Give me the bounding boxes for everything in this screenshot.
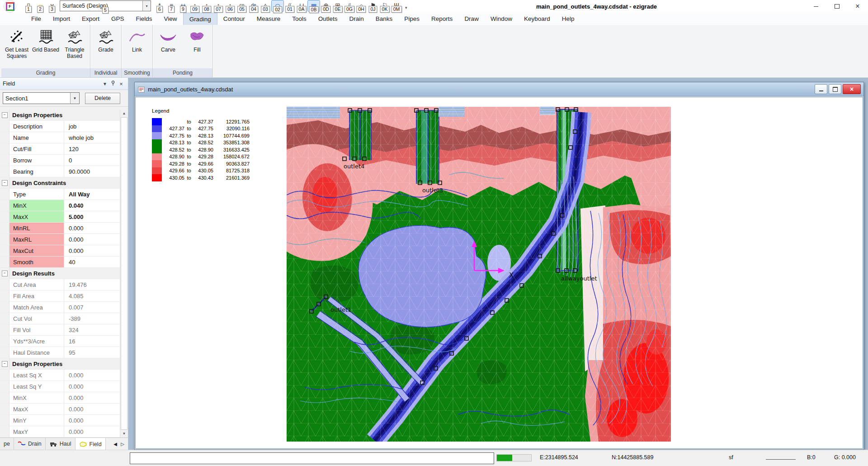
panel-tab-drain[interactable]: Drain xyxy=(14,438,46,450)
triangle-tool[interactable]: △03 xyxy=(259,0,271,11)
property-value[interactable]: 5.000 xyxy=(64,211,120,222)
vertex-handle[interactable] xyxy=(538,254,542,258)
document-titlebar[interactable]: main_pond_outlets_4way.cdsdat × xyxy=(135,82,863,96)
menu-keyboard[interactable]: Keyboard xyxy=(518,13,556,25)
property-value[interactable]: 0.000 xyxy=(64,381,120,392)
property-value[interactable]: 0 xyxy=(64,155,120,166)
vertex-handle[interactable] xyxy=(434,366,438,370)
zoom-tool[interactable]: ⊕0D xyxy=(320,0,332,11)
property-value[interactable]: job xyxy=(64,121,120,132)
property-value[interactable]: 0.000 xyxy=(64,426,120,437)
vehicle-tool[interactable]: ⊔0A xyxy=(296,0,307,11)
terrain-map[interactable]: outlet4 outlet3 outlet1 allwayoutlet X xyxy=(287,107,671,442)
vertex-handle[interactable] xyxy=(434,109,438,112)
tab-scroll-left-icon[interactable]: ◀ xyxy=(112,442,119,447)
collapse-icon[interactable]: − xyxy=(2,112,8,118)
vertex-handle[interactable] xyxy=(569,146,572,149)
chevron-down-icon[interactable]: ▾ xyxy=(142,1,151,11)
property-value[interactable]: 0.000 xyxy=(64,234,120,245)
hatch-tool[interactable]: //0G xyxy=(344,0,355,11)
menu-banks[interactable]: Banks xyxy=(370,13,399,25)
vertex-handle[interactable] xyxy=(438,181,442,185)
vertex-handle[interactable] xyxy=(565,269,568,272)
grid-based-button[interactable]: Grid Based xyxy=(32,26,60,68)
drawing-canvas[interactable]: Legend to427.3712291.765427.37to427.7532… xyxy=(135,97,863,449)
property-value[interactable]: 95 xyxy=(64,347,120,358)
vertex-handle[interactable] xyxy=(565,108,569,111)
property-value[interactable]: 90.0000 xyxy=(64,166,120,177)
new-document[interactable]: ▯1 xyxy=(23,0,34,11)
property-value[interactable]: 40 xyxy=(64,257,120,267)
vertex-handle[interactable] xyxy=(353,157,356,161)
vertex-handle[interactable] xyxy=(358,109,362,112)
arc-tool[interactable]: ((01 xyxy=(284,0,296,11)
draw-points-tool[interactable]: *6 xyxy=(154,0,165,11)
property-value[interactable]: 0.000 xyxy=(64,223,120,233)
flag-out-tool[interactable]: ⚐0K xyxy=(379,0,391,11)
property-value[interactable]: -389 xyxy=(64,313,120,324)
property-value[interactable]: 0.000 xyxy=(64,415,120,426)
scroll-up-icon[interactable]: ▲ xyxy=(120,109,128,117)
section-selector[interactable]: Section1 ▼ xyxy=(3,92,80,104)
vertex-handle[interactable] xyxy=(556,108,560,111)
vertex-handle[interactable] xyxy=(428,181,432,185)
minimize-button[interactable] xyxy=(806,0,826,13)
property-value[interactable]: All Way xyxy=(64,189,120,200)
menu-fields[interactable]: Fields xyxy=(130,13,158,25)
home-tool[interactable]: ⌂0H xyxy=(355,0,367,11)
elevation-arrow-1-tool[interactable]: ↑09 xyxy=(189,0,201,11)
menu-view[interactable]: View xyxy=(158,13,183,25)
menu-measure[interactable]: Measure xyxy=(251,13,287,25)
vertex-handle[interactable] xyxy=(343,157,346,161)
close-button[interactable]: × xyxy=(847,0,868,13)
get-least-squares-button[interactable]: Get Least Squares xyxy=(3,26,31,68)
panel-menu-icon[interactable]: ▼ xyxy=(101,81,109,86)
antenna-tool[interactable]: Ψ0M xyxy=(391,0,402,11)
vertex-handle[interactable] xyxy=(561,214,564,217)
menu-reports[interactable]: Reports xyxy=(425,13,458,25)
maximize-button[interactable] xyxy=(826,0,847,13)
scroll-down-icon[interactable]: ▼ xyxy=(120,430,128,437)
grade-button[interactable]: Grade xyxy=(92,26,120,68)
property-value[interactable]: 0.000 xyxy=(64,404,120,414)
property-value[interactable]: 120 xyxy=(64,143,120,154)
menu-draw[interactable]: Draw xyxy=(458,13,485,25)
vertex-handle[interactable] xyxy=(348,109,352,112)
vertex-handle[interactable] xyxy=(317,302,321,306)
menu-contour[interactable]: Contour xyxy=(217,13,251,25)
property-value[interactable]: 0.000 xyxy=(64,370,120,380)
vertex-handle[interactable] xyxy=(552,232,555,235)
property-value[interactable]: 0.000 xyxy=(64,245,120,256)
link-button[interactable]: Link xyxy=(123,26,151,68)
menu-grading[interactable]: Grading xyxy=(183,13,217,25)
vertex-handle[interactable] xyxy=(425,109,428,112)
menu-window[interactable]: Window xyxy=(485,13,518,25)
scrollbar-thumb[interactable] xyxy=(121,117,127,430)
add-points-tool[interactable]: ++9 xyxy=(177,0,189,11)
property-value[interactable]: 19.476 xyxy=(64,279,120,290)
vertex-handle[interactable] xyxy=(465,337,468,340)
collapse-icon[interactable]: − xyxy=(2,271,8,276)
vertex-handle[interactable] xyxy=(420,381,424,385)
doc-minimize-button[interactable] xyxy=(815,84,827,94)
qat-overflow-icon[interactable]: ▾ xyxy=(405,5,407,10)
menu-import[interactable]: Import xyxy=(47,13,76,25)
fill-button[interactable]: Fill xyxy=(183,26,211,68)
vertex-handle[interactable] xyxy=(450,352,453,355)
panel-tab-pe[interactable]: pe xyxy=(0,438,14,450)
pin-icon[interactable] xyxy=(109,81,117,87)
property-value[interactable]: 0.007 xyxy=(64,302,120,313)
collapse-icon[interactable]: − xyxy=(2,180,8,186)
signal-tool[interactable]: ◠02 xyxy=(271,0,284,12)
vertex-handle[interactable] xyxy=(418,181,422,185)
command-input[interactable] xyxy=(130,452,494,464)
panel-close-icon[interactable]: × xyxy=(117,81,125,87)
flag-in-tool[interactable]: ⚑0J xyxy=(367,0,379,11)
triangle-based-button[interactable]: Triangle Based xyxy=(61,26,89,68)
menu-outlets[interactable]: Outlets xyxy=(312,13,344,25)
property-value[interactable]: 0.000 xyxy=(64,392,120,403)
property-value[interactable]: 16 xyxy=(64,336,120,347)
carve-button[interactable]: Carve xyxy=(154,26,182,68)
open-folder[interactable]: ▱2 xyxy=(34,0,46,11)
vertex-handle[interactable] xyxy=(324,295,328,299)
